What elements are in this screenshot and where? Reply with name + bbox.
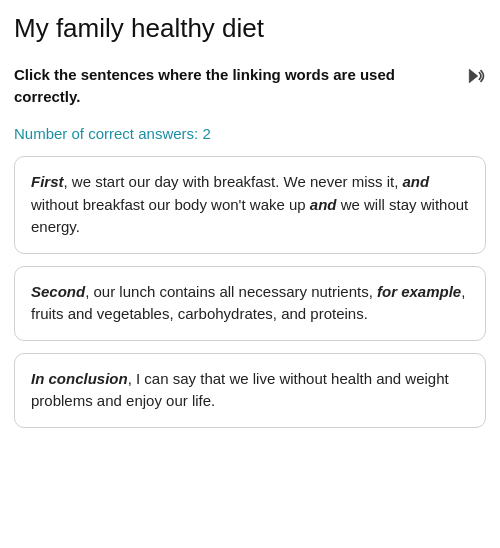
svg-marker-0	[469, 69, 477, 82]
sentences-list: First, we start our day with breakfast. …	[14, 156, 486, 428]
sentence-card-3[interactable]: In conclusion, I can say that we live wi…	[14, 353, 486, 428]
correct-count-label: Number of correct answers: 2	[14, 125, 486, 142]
sentence-card-2[interactable]: Second, our lunch contains all necessary…	[14, 266, 486, 341]
sentence-card-1[interactable]: First, we start our day with breakfast. …	[14, 156, 486, 254]
instruction-text: Click the sentences where the linking wo…	[14, 64, 460, 108]
audio-button[interactable]	[466, 66, 486, 86]
page-title: My family healthy diet	[14, 12, 486, 46]
